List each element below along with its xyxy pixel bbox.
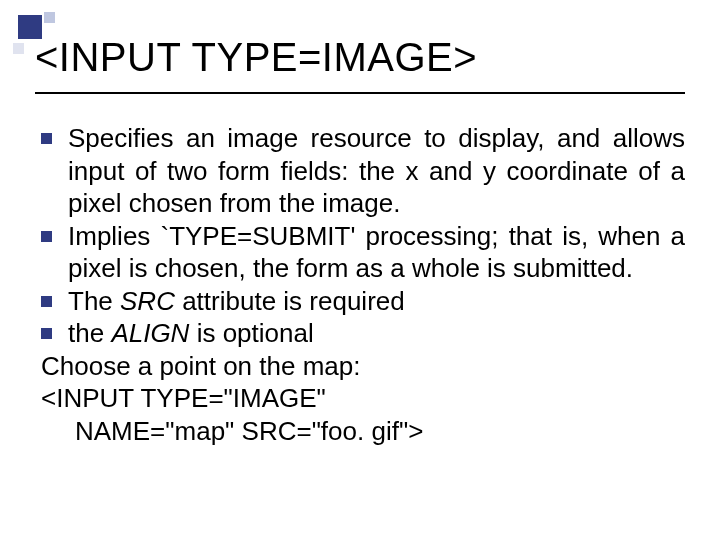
- trailing-line: Choose a point on the map:: [41, 350, 685, 383]
- slide-title: <INPUT TYPE=IMAGE>: [35, 35, 685, 80]
- bullet-icon: [41, 133, 52, 144]
- trailing-line: NAME="map" SRC="foo. gif">: [75, 415, 685, 448]
- trailing-line: <INPUT TYPE="IMAGE": [41, 382, 685, 415]
- square-small-icon: [44, 12, 55, 23]
- corner-decoration: [18, 15, 42, 43]
- square-large-icon: [18, 15, 42, 39]
- src-italic: SRC: [120, 286, 175, 316]
- list-item: Specifies an image resource to display, …: [35, 122, 685, 220]
- square-small2-icon: [13, 43, 24, 54]
- bullet-icon: [41, 296, 52, 307]
- align-italic: ALIGN: [111, 318, 189, 348]
- bullet-text: Specifies an image resource to display, …: [68, 122, 685, 220]
- slide-content: <INPUT TYPE=IMAGE> Specifies an image re…: [0, 0, 720, 467]
- list-item: Implies `TYPE=SUBMIT' processing; that i…: [35, 220, 685, 285]
- bullet-text: the ALIGN is optional: [68, 317, 685, 350]
- list-item: The SRC attribute is required: [35, 285, 685, 318]
- bullet-icon: [41, 328, 52, 339]
- bullet-text: The SRC attribute is required: [68, 285, 685, 318]
- list-item: the ALIGN is optional: [35, 317, 685, 350]
- title-underline: [35, 92, 685, 94]
- bullet-list: Specifies an image resource to display, …: [35, 122, 685, 447]
- bullet-icon: [41, 231, 52, 242]
- bullet-text: Implies `TYPE=SUBMIT' processing; that i…: [68, 220, 685, 285]
